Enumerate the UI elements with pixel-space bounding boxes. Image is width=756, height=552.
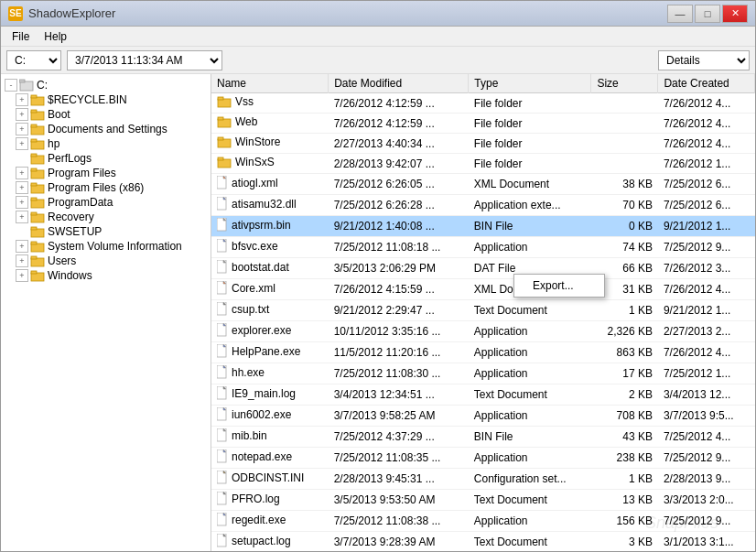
main-window: SE ShadowExplorer — □ ✕ File Help C: 3/7… <box>0 0 756 552</box>
file-date-cell: 7/26/2012 4:12:59 ... <box>329 93 469 114</box>
tree-item-recovery[interactable]: + Recovery <box>1 210 211 224</box>
date-selector[interactable]: 3/7/2013 11:13:34 AM <box>67 50 222 70</box>
col-type[interactable]: Type <box>469 74 591 93</box>
file-type-cell: BIN File <box>469 216 591 237</box>
maximize-button[interactable]: □ <box>695 5 720 23</box>
menu-file[interactable]: File <box>5 28 37 45</box>
expand-svi[interactable]: + <box>16 240 28 253</box>
file-type-cell: File folder <box>469 93 591 114</box>
tree-expand-root[interactable]: - <box>5 79 17 92</box>
table-row[interactable]: ativpsrm.bin9/21/2012 1:40:08 ...BIN Fil… <box>211 216 755 237</box>
svg-rect-15 <box>31 183 37 186</box>
tree-item-swsetup[interactable]: SWSETUP <box>1 224 211 239</box>
file-name-cell: atisamu32.dll <box>211 195 329 216</box>
tree-item-recycle[interactable]: + $RECYCLE.BIN <box>1 92 211 107</box>
table-row[interactable]: bfsvc.exe7/25/2012 11:08:18 ...Applicati… <box>211 237 755 258</box>
expand-pf[interactable]: + <box>16 167 28 179</box>
file-created-cell: 7/25/2012 6... <box>658 195 755 216</box>
tree-item-label: Documents and Settings <box>48 123 167 135</box>
tree-item-programfilesx86[interactable]: + Program Files (x86) <box>1 180 211 195</box>
file-date-cell: 3/5/2013 9:53:50 AM <box>329 490 469 511</box>
file-type-cell: Configuration set... <box>469 469 591 490</box>
file-created-cell: 7/26/2012 4... <box>658 134 755 154</box>
col-size[interactable]: Size <box>591 74 658 93</box>
expand-recovery[interactable]: + <box>16 211 28 223</box>
close-button[interactable]: ✕ <box>722 5 748 23</box>
table-row[interactable]: Vss7/26/2012 4:12:59 ...File folder7/26/… <box>211 93 755 114</box>
table-row[interactable]: Core.xml7/26/2012 4:15:59 ...XML Documen… <box>211 279 755 300</box>
table-row[interactable]: setupact.log3/7/2013 9:28:39 AMText Docu… <box>211 532 755 552</box>
expand-hp[interactable]: + <box>16 137 28 150</box>
file-size-cell: 0 KB <box>591 216 658 237</box>
tree-item-label: Users <box>48 254 76 267</box>
expand-pfx86[interactable]: + <box>16 181 28 194</box>
tree-item-label: Program Files (x86) <box>48 181 144 194</box>
table-row[interactable]: IE9_main.log3/4/2013 12:34:51 ...Text Do… <box>211 384 755 406</box>
folder-icon <box>30 196 45 209</box>
context-menu-export[interactable]: Export... <box>514 275 604 297</box>
svg-rect-1 <box>19 80 25 82</box>
file-date-cell: 3/4/2013 12:34:51 ... <box>329 384 469 406</box>
expand-boot[interactable]: + <box>16 108 28 121</box>
menu-help[interactable]: Help <box>37 28 74 45</box>
tree-item-docs[interactable]: + Documents and Settings <box>1 122 211 136</box>
file-date-cell: 10/11/2012 3:35:16 ... <box>329 321 469 342</box>
svg-rect-23 <box>31 242 37 244</box>
expand-perflogs <box>16 152 28 165</box>
table-row[interactable]: regedit.exe7/25/2012 11:08:38 ...Applica… <box>211 511 755 532</box>
file-date-cell: 7/25/2012 11:08:18 ... <box>329 237 469 258</box>
table-row[interactable]: csup.txt9/21/2012 2:29:47 ...Text Docume… <box>211 300 755 321</box>
table-row[interactable]: notepad.exe7/25/2012 11:08:35 ...Applica… <box>211 448 755 469</box>
tree-item-windows[interactable]: + Windows <box>1 268 211 283</box>
file-size-cell <box>591 154 658 174</box>
table-row[interactable]: atisamu32.dll7/25/2012 6:26:28 ...Applic… <box>211 195 755 216</box>
folder-icon <box>30 211 45 223</box>
view-selector[interactable]: Details <box>658 50 750 70</box>
table-row[interactable]: HelpPane.exe11/5/2012 11:20:16 ...Applic… <box>211 342 755 363</box>
col-date[interactable]: Date Modified <box>329 74 469 93</box>
table-row[interactable]: explorer.exe10/11/2012 3:35:16 ...Applic… <box>211 321 755 342</box>
tree-item-programfiles[interactable]: + Program Files <box>1 166 211 180</box>
col-name[interactable]: Name <box>211 74 329 93</box>
expand-docs[interactable]: + <box>16 123 28 135</box>
tree-item-hp[interactable]: + hp <box>1 136 211 151</box>
table-row[interactable]: iun6002.exe3/7/2013 9:58:25 AMApplicatio… <box>211 406 755 427</box>
file-size-cell: 238 KB <box>591 448 658 469</box>
table-row[interactable]: mib.bin7/25/2012 4:37:29 ...BIN File43 K… <box>211 427 755 448</box>
table-row[interactable]: WinSxS2/28/2013 9:42:07 ...File folder7/… <box>211 154 755 174</box>
file-name-cell: IE9_main.log <box>211 384 329 406</box>
expand-pd[interactable]: + <box>16 196 28 209</box>
minimize-button[interactable]: — <box>667 5 693 23</box>
file-name-cell: setupact.log <box>211 532 329 552</box>
table-row[interactable]: atiogl.xml7/25/2012 6:26:05 ...XML Docum… <box>211 174 755 195</box>
tree-item-perflogs[interactable]: PerfLogs <box>1 151 211 166</box>
tree-item-sysvolinfo[interactable]: + System Volume Information <box>1 239 211 254</box>
file-type-cell: Application <box>469 406 591 427</box>
title-bar: SE ShadowExplorer — □ ✕ <box>1 1 755 27</box>
expand-recycle[interactable]: + <box>16 93 28 106</box>
file-date-cell: 2/27/2013 4:40:34 ... <box>329 134 469 154</box>
drive-selector[interactable]: C: <box>6 50 61 70</box>
file-created-cell: 2/28/2013 9... <box>658 469 755 490</box>
table-row[interactable]: hh.exe7/25/2012 11:08:30 ...Application1… <box>211 363 755 384</box>
expand-win[interactable]: + <box>16 269 28 282</box>
folder-icon <box>30 137 45 150</box>
table-row[interactable]: PFRO.log3/5/2013 9:53:50 AMText Document… <box>211 490 755 511</box>
tree-item-programdata[interactable]: + ProgramData <box>1 195 211 210</box>
file-size-cell: 1 KB <box>591 300 658 321</box>
file-type-cell: Application <box>469 448 591 469</box>
table-row[interactable]: ODBCINST.INI2/28/2013 9:45:31 ...Configu… <box>211 469 755 490</box>
menu-bar: File Help <box>1 27 755 47</box>
file-name-cell: bfsvc.exe <box>211 237 329 258</box>
file-created-cell: 3/1/2013 3:1... <box>658 532 755 552</box>
table-row[interactable]: WinStore2/27/2013 4:40:34 ...File folder… <box>211 134 755 154</box>
expand-users[interactable]: + <box>16 254 28 267</box>
table-row[interactable]: Web7/26/2012 4:12:59 ...File folder7/26/… <box>211 114 755 134</box>
table-row[interactable]: bootstat.dat3/5/2013 2:06:29 PMDAT File6… <box>211 258 755 279</box>
tree-item-boot[interactable]: + Boot <box>1 107 211 122</box>
file-name-cell: ODBCINST.INI <box>211 469 329 490</box>
tree-root[interactable]: - C: <box>1 78 211 92</box>
file-created-cell: 7/26/2012 4... <box>658 279 755 300</box>
col-created[interactable]: Date Created <box>658 74 755 93</box>
tree-item-users[interactable]: + Users <box>1 254 211 268</box>
